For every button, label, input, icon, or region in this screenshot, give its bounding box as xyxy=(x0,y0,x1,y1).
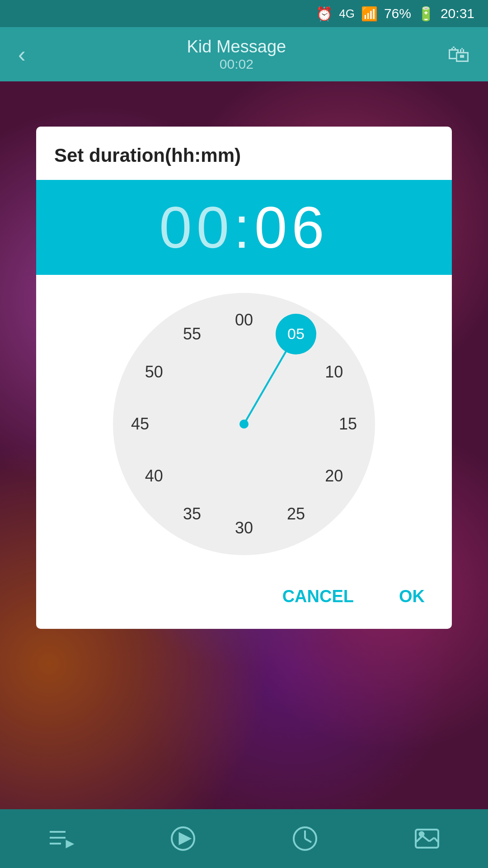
svg-line-14 xyxy=(429,838,434,841)
clock-number-10[interactable]: 10 xyxy=(325,363,343,382)
minutes-display[interactable]: 06 xyxy=(254,194,329,260)
bottom-bar xyxy=(0,809,488,868)
play-button[interactable] xyxy=(169,825,197,852)
cancel-button[interactable]: CANCEL xyxy=(273,582,363,611)
svg-marker-7 xyxy=(179,833,190,844)
dialog-title: Set duration(hh:mm) xyxy=(36,127,452,180)
clock-number-20[interactable]: 20 xyxy=(325,467,343,486)
status-bar: ⏰ 4G 📶 76% 🔋 20:31 xyxy=(0,0,488,27)
svg-point-1 xyxy=(239,420,249,429)
clock-number-45[interactable]: 45 xyxy=(131,415,149,434)
clock-number-55[interactable]: 55 xyxy=(183,325,201,344)
ok-button[interactable]: OK xyxy=(390,582,434,611)
battery-icon: 🔋 xyxy=(418,6,434,22)
battery-label: 76% xyxy=(384,6,411,21)
svg-point-16 xyxy=(419,832,424,836)
top-bar-duration: 00:02 xyxy=(187,57,286,72)
clock-face[interactable]: 05 0010152025303540455055 xyxy=(113,293,375,555)
clock-number-40[interactable]: 40 xyxy=(145,467,163,486)
back-button[interactable]: ‹ xyxy=(18,41,26,67)
signal-bars-icon: 📶 xyxy=(361,6,378,22)
clock-hand-svg xyxy=(113,293,375,555)
gallery-icon[interactable] xyxy=(413,825,441,852)
signal-label: 4G xyxy=(339,7,355,21)
clock-number-35[interactable]: 35 xyxy=(183,505,201,524)
alarm-icon: ⏰ xyxy=(316,6,333,22)
time-value: 00:06 xyxy=(54,193,434,261)
svg-line-10 xyxy=(305,839,311,842)
clock-number-30[interactable]: 30 xyxy=(235,519,253,538)
dialog-buttons: CANCEL OK xyxy=(36,573,452,629)
top-bar-center: Kid Message 00:02 xyxy=(187,37,286,72)
svg-line-13 xyxy=(422,836,429,841)
top-bar: ‹ Kid Message 00:02 🛍 xyxy=(0,27,488,81)
clock-icon[interactable] xyxy=(291,825,319,852)
colon-separator: : xyxy=(234,194,254,260)
svg-marker-5 xyxy=(66,841,73,847)
clock-number-50[interactable]: 50 xyxy=(145,363,163,382)
clock-number-00[interactable]: 00 xyxy=(235,311,253,330)
duration-dialog: Set duration(hh:mm) 00:06 05 00101520253… xyxy=(36,127,452,629)
playlist-icon[interactable] xyxy=(47,825,75,852)
time-display-area: 00:06 xyxy=(36,180,452,275)
time-display: 20:31 xyxy=(441,6,474,21)
bag-icon[interactable]: 🛍 xyxy=(447,41,470,67)
hours-display[interactable]: 00 xyxy=(159,194,234,260)
clock-picker[interactable]: 05 0010152025303540455055 xyxy=(36,275,452,573)
clock-number-25[interactable]: 25 xyxy=(287,505,305,524)
app-title: Kid Message xyxy=(187,37,286,57)
selected-value-bubble[interactable]: 05 xyxy=(276,314,316,354)
clock-number-15[interactable]: 15 xyxy=(339,415,357,434)
